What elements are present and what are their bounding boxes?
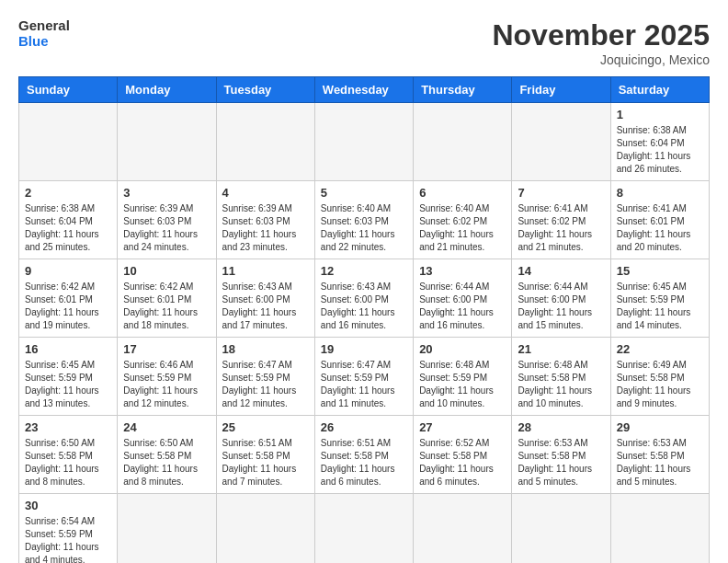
day-header-tuesday: Tuesday	[216, 77, 314, 103]
day-number: 18	[222, 342, 309, 356]
calendar-cell	[118, 103, 216, 181]
day-header-friday: Friday	[512, 77, 610, 103]
location: Joquicingo, Mexico	[492, 52, 710, 67]
day-number: 16	[25, 342, 111, 356]
calendar-cell: 25Sunrise: 6:51 AM Sunset: 5:58 PM Dayli…	[216, 416, 314, 494]
calendar-cell: 21Sunrise: 6:48 AM Sunset: 5:58 PM Dayli…	[512, 338, 610, 416]
calendar-week-4: 16Sunrise: 6:45 AM Sunset: 5:59 PM Dayli…	[19, 338, 710, 416]
day-info: Sunrise: 6:39 AM Sunset: 6:03 PM Dayligh…	[222, 202, 309, 254]
calendar-cell: 29Sunrise: 6:53 AM Sunset: 5:58 PM Dayli…	[610, 416, 709, 494]
day-number: 21	[518, 342, 604, 356]
day-number: 28	[518, 420, 604, 434]
day-info: Sunrise: 6:40 AM Sunset: 6:03 PM Dayligh…	[321, 202, 407, 254]
day-info: Sunrise: 6:47 AM Sunset: 5:59 PM Dayligh…	[222, 359, 309, 410]
day-info: Sunrise: 6:51 AM Sunset: 5:58 PM Dayligh…	[321, 437, 407, 488]
day-info: Sunrise: 6:41 AM Sunset: 6:02 PM Dayligh…	[518, 202, 604, 254]
month-title: November 2025	[492, 18, 710, 52]
day-number: 2	[25, 186, 111, 200]
day-number: 23	[25, 420, 111, 434]
day-info: Sunrise: 6:43 AM Sunset: 6:00 PM Dayligh…	[321, 281, 407, 332]
calendar-week-6: 30Sunrise: 6:54 AM Sunset: 5:59 PM Dayli…	[19, 494, 710, 564]
calendar-week-3: 9Sunrise: 6:42 AM Sunset: 6:01 PM Daylig…	[19, 259, 710, 338]
day-number: 13	[419, 264, 506, 278]
calendar-cell: 14Sunrise: 6:44 AM Sunset: 6:00 PM Dayli…	[512, 259, 610, 338]
day-header-saturday: Saturday	[610, 77, 709, 103]
day-number: 26	[321, 420, 407, 434]
day-number: 6	[419, 186, 506, 200]
calendar-cell	[414, 494, 512, 564]
day-number: 17	[123, 342, 210, 356]
calendar-cell	[512, 494, 610, 564]
calendar-week-1: 1Sunrise: 6:38 AM Sunset: 6:04 PM Daylig…	[19, 103, 710, 181]
day-info: Sunrise: 6:44 AM Sunset: 6:00 PM Dayligh…	[419, 281, 506, 332]
day-info: Sunrise: 6:44 AM Sunset: 6:00 PM Dayligh…	[518, 281, 604, 332]
day-info: Sunrise: 6:43 AM Sunset: 6:00 PM Dayligh…	[222, 281, 309, 332]
logo: General Blue	[18, 18, 70, 49]
calendar-cell: 18Sunrise: 6:47 AM Sunset: 5:59 PM Dayli…	[216, 338, 314, 416]
calendar-cell	[118, 494, 216, 564]
day-info: Sunrise: 6:46 AM Sunset: 5:59 PM Dayligh…	[123, 359, 210, 410]
calendar-cell: 9Sunrise: 6:42 AM Sunset: 6:01 PM Daylig…	[19, 259, 118, 338]
calendar-cell	[216, 103, 314, 181]
calendar-week-5: 23Sunrise: 6:50 AM Sunset: 5:58 PM Dayli…	[19, 416, 710, 494]
logo-blue-text: Blue	[18, 34, 70, 50]
calendar-cell: 13Sunrise: 6:44 AM Sunset: 6:00 PM Dayli…	[414, 259, 512, 338]
day-number: 5	[321, 186, 407, 200]
calendar-cell: 10Sunrise: 6:42 AM Sunset: 6:01 PM Dayli…	[118, 259, 216, 338]
day-number: 9	[25, 264, 111, 278]
calendar-cell: 24Sunrise: 6:50 AM Sunset: 5:58 PM Dayli…	[118, 416, 216, 494]
day-number: 12	[321, 264, 407, 278]
calendar-cell: 7Sunrise: 6:41 AM Sunset: 6:02 PM Daylig…	[512, 181, 610, 259]
day-number: 24	[123, 420, 210, 434]
day-info: Sunrise: 6:42 AM Sunset: 6:01 PM Dayligh…	[25, 281, 111, 332]
calendar-cell: 17Sunrise: 6:46 AM Sunset: 5:59 PM Dayli…	[118, 338, 216, 416]
day-info: Sunrise: 6:38 AM Sunset: 6:04 PM Dayligh…	[617, 124, 703, 176]
day-number: 29	[617, 420, 703, 434]
calendar-cell	[216, 494, 314, 564]
day-info: Sunrise: 6:45 AM Sunset: 5:59 PM Dayligh…	[617, 281, 703, 332]
day-number: 19	[321, 342, 407, 356]
day-number: 8	[617, 186, 703, 200]
calendar-cell: 8Sunrise: 6:41 AM Sunset: 6:01 PM Daylig…	[610, 181, 709, 259]
day-number: 22	[617, 342, 703, 356]
day-number: 10	[123, 264, 210, 278]
day-info: Sunrise: 6:51 AM Sunset: 5:58 PM Dayligh…	[222, 437, 309, 488]
day-header-monday: Monday	[118, 77, 216, 103]
day-number: 20	[419, 342, 506, 356]
day-header-thursday: Thursday	[414, 77, 512, 103]
logo-general-text: General	[18, 18, 70, 34]
day-number: 1	[617, 108, 703, 121]
page-header: General Blue November 2025 Joquicingo, M…	[18, 18, 710, 67]
calendar-cell: 26Sunrise: 6:51 AM Sunset: 5:58 PM Dayli…	[314, 416, 413, 494]
calendar-cell: 16Sunrise: 6:45 AM Sunset: 5:59 PM Dayli…	[19, 338, 118, 416]
day-info: Sunrise: 6:42 AM Sunset: 6:01 PM Dayligh…	[123, 281, 210, 332]
calendar-cell: 20Sunrise: 6:48 AM Sunset: 5:59 PM Dayli…	[414, 338, 512, 416]
day-header-sunday: Sunday	[19, 77, 118, 103]
calendar-cell: 11Sunrise: 6:43 AM Sunset: 6:00 PM Dayli…	[216, 259, 314, 338]
day-info: Sunrise: 6:52 AM Sunset: 5:58 PM Dayligh…	[419, 437, 506, 488]
calendar-cell: 30Sunrise: 6:54 AM Sunset: 5:59 PM Dayli…	[19, 494, 118, 564]
day-info: Sunrise: 6:39 AM Sunset: 6:03 PM Dayligh…	[123, 202, 210, 254]
title-area: November 2025 Joquicingo, Mexico	[492, 18, 710, 67]
calendar: SundayMondayTuesdayWednesdayThursdayFrid…	[18, 76, 710, 563]
calendar-cell: 19Sunrise: 6:47 AM Sunset: 5:59 PM Dayli…	[314, 338, 413, 416]
day-info: Sunrise: 6:45 AM Sunset: 5:59 PM Dayligh…	[25, 359, 111, 410]
calendar-cell	[512, 103, 610, 181]
calendar-cell: 5Sunrise: 6:40 AM Sunset: 6:03 PM Daylig…	[314, 181, 413, 259]
day-info: Sunrise: 6:53 AM Sunset: 5:58 PM Dayligh…	[617, 437, 703, 488]
day-number: 27	[419, 420, 506, 434]
calendar-cell: 28Sunrise: 6:53 AM Sunset: 5:58 PM Dayli…	[512, 416, 610, 494]
day-info: Sunrise: 6:53 AM Sunset: 5:58 PM Dayligh…	[518, 437, 604, 488]
day-info: Sunrise: 6:50 AM Sunset: 5:58 PM Dayligh…	[123, 437, 210, 488]
day-info: Sunrise: 6:48 AM Sunset: 5:58 PM Dayligh…	[518, 359, 604, 410]
calendar-cell	[414, 103, 512, 181]
calendar-header-row: SundayMondayTuesdayWednesdayThursdayFrid…	[19, 77, 710, 103]
day-info: Sunrise: 6:49 AM Sunset: 5:58 PM Dayligh…	[617, 359, 703, 410]
calendar-cell	[314, 494, 413, 564]
calendar-cell	[610, 494, 709, 564]
calendar-cell: 23Sunrise: 6:50 AM Sunset: 5:58 PM Dayli…	[19, 416, 118, 494]
day-info: Sunrise: 6:41 AM Sunset: 6:01 PM Dayligh…	[617, 202, 703, 254]
calendar-cell: 4Sunrise: 6:39 AM Sunset: 6:03 PM Daylig…	[216, 181, 314, 259]
calendar-cell: 27Sunrise: 6:52 AM Sunset: 5:58 PM Dayli…	[414, 416, 512, 494]
day-info: Sunrise: 6:47 AM Sunset: 5:59 PM Dayligh…	[321, 359, 407, 410]
